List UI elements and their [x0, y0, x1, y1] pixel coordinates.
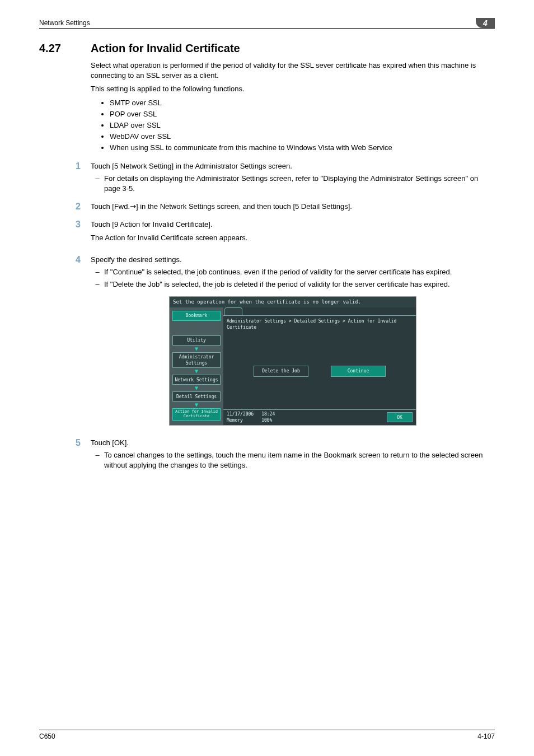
step-body: Touch [Fwd.→] in the Network Settings sc…	[91, 202, 495, 212]
step-text: Specify the desired settings.	[91, 255, 182, 264]
status-memory-value: 100%	[261, 417, 275, 423]
page-header: Network Settings 4	[39, 18, 495, 29]
status-time: 18:24 100%	[261, 411, 275, 423]
dash-icon: –	[91, 450, 104, 470]
step-sub: – To cancel changes to the settings, tou…	[91, 450, 495, 470]
ok-button[interactable]: OK	[387, 412, 413, 422]
step-sub: – If "Delete the Job" is selected, the j…	[91, 279, 495, 290]
step-number: 2	[39, 202, 81, 212]
status-memory-label: Memory	[227, 417, 254, 423]
screenshot-top-text: Set the operation for when the certifica…	[173, 298, 361, 306]
footer-page-number: 4-107	[477, 732, 495, 740]
screenshot-body: Bookmark Utility ▼ Administrator Setting…	[170, 307, 416, 425]
sidebar-item-detail-settings[interactable]: Detail Settings	[172, 391, 221, 402]
intro-paragraph: This setting is applied to the following…	[91, 84, 495, 94]
continue-button[interactable]: Continue	[331, 366, 386, 377]
section-number: 4.27	[39, 42, 72, 55]
step-sub: – For details on displaying the Administ…	[91, 174, 495, 194]
footer-model: C650	[39, 732, 55, 740]
list-item: POP over SSL	[110, 109, 495, 119]
dash-icon: –	[91, 279, 104, 290]
screenshot-tabrow	[223, 307, 416, 316]
status-date: 11/17/2006 Memory	[227, 411, 254, 423]
step-number: 3	[39, 220, 81, 246]
step-text: Touch [9 Action for Invalid Certificate]…	[91, 220, 213, 228]
sidebar-item-network-settings[interactable]: Network Settings	[172, 375, 221, 385]
sidebar-item-action-invalid-cert[interactable]: Action for Invalid Certificate	[172, 408, 221, 420]
sidebar-item-utility[interactable]: Utility	[172, 335, 221, 346]
step-text-pre: Touch [Fwd.	[91, 202, 130, 211]
device-screenshot: Set the operation for when the certifica…	[169, 296, 416, 425]
arrow-right-icon: →	[130, 202, 136, 211]
step-body: Touch [9 Action for Invalid Certificate]…	[91, 220, 495, 246]
step-text-post: ] in the Network Settings screen, and th…	[136, 202, 352, 211]
arrow-down-icon: ▼	[195, 369, 198, 374]
function-list: SMTP over SSL POP over SSL LDAP over SSL…	[91, 98, 495, 153]
step-sub-text: For details on displaying the Administra…	[104, 174, 495, 194]
step-after-text: The Action for Invalid Certificate scree…	[91, 233, 495, 243]
status-date-value: 11/17/2006	[227, 411, 254, 417]
arrow-down-icon: ▼	[195, 347, 198, 351]
step-sub-text: If "Continue" is selected, the job conti…	[104, 267, 495, 277]
dash-icon: –	[91, 174, 104, 194]
screenshot-statusbar: 11/17/2006 Memory 18:24 100% OK	[223, 409, 416, 424]
sidebar-item-admin-settings[interactable]: Administrator Settings	[172, 352, 221, 368]
step-1: 1 Touch [5 Network Setting] in the Admin…	[39, 161, 495, 194]
step-4: 4 Specify the desired settings. – If "Co…	[39, 255, 495, 430]
step-number: 5	[39, 438, 81, 471]
intro-block: Select what operation is performed if th…	[91, 60, 495, 153]
step-number: 1	[39, 161, 81, 194]
step-body: Specify the desired settings. – If "Cont…	[91, 255, 495, 430]
page: Network Settings 4 4.27 Action for Inval…	[0, 0, 534, 756]
page-footer: C650 4-107	[39, 730, 495, 740]
breadcrumb: Administrator Settings > Detailed Settin…	[223, 316, 416, 333]
step-sub: – If "Continue" is selected, the job con…	[91, 267, 495, 277]
screenshot-main: Administrator Settings > Detailed Settin…	[223, 307, 416, 425]
step-number: 4	[39, 255, 81, 430]
step-2: 2 Touch [Fwd.→] in the Network Settings …	[39, 202, 495, 212]
screenshot-choice-area: Delete the Job Continue	[223, 333, 416, 409]
screenshot-sidebar: Bookmark Utility ▼ Administrator Setting…	[170, 307, 223, 425]
step-5: 5 Touch [OK]. – To cancel changes to the…	[39, 438, 495, 471]
chapter-number-tab: 4	[476, 18, 495, 28]
running-head: Network Settings	[39, 19, 476, 27]
intro-paragraph: Select what operation is performed if th…	[91, 60, 495, 81]
step-text: Touch [OK].	[91, 438, 129, 447]
section-heading: 4.27 Action for Invalid Certificate	[39, 42, 495, 55]
list-item: WebDAV over SSL	[110, 132, 495, 142]
section-title: Action for Invalid Certificate	[91, 42, 240, 55]
screenshot-topbar: Set the operation for when the certifica…	[170, 297, 416, 307]
step-body: Touch [OK]. – To cancel changes to the s…	[91, 438, 495, 471]
list-item: LDAP over SSL	[110, 120, 495, 130]
step-body: Touch [5 Network Setting] in the Adminis…	[91, 161, 495, 194]
list-item: When using SSL to communicate from this …	[110, 143, 495, 153]
step-sub-text: To cancel changes to the settings, touch…	[104, 450, 495, 470]
bookmark-button[interactable]: Bookmark	[172, 311, 221, 321]
arrow-down-icon: ▼	[195, 403, 198, 407]
dash-icon: –	[91, 267, 104, 277]
step-text: Touch [5 Network Setting] in the Adminis…	[91, 162, 292, 170]
status-time-value: 18:24	[261, 411, 275, 417]
delete-job-button[interactable]: Delete the Job	[254, 366, 308, 377]
step-3: 3 Touch [9 Action for Invalid Certificat…	[39, 220, 495, 246]
step-sub-text: If "Delete the Job" is selected, the job…	[104, 279, 495, 290]
arrow-down-icon: ▼	[195, 386, 198, 390]
list-item: SMTP over SSL	[110, 98, 495, 108]
